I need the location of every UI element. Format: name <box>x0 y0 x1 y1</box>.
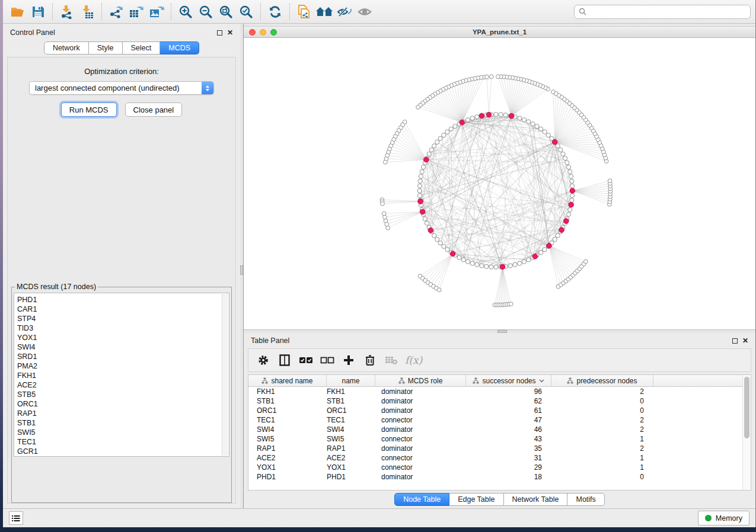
search-input[interactable] <box>589 8 746 16</box>
table-cell: PHD1 <box>327 472 375 482</box>
table-row[interactable]: RAP1RAP1dominator352 <box>248 444 751 453</box>
tab-edge-table[interactable]: Edge Table <box>449 493 503 506</box>
open-session-icon[interactable] <box>8 2 28 21</box>
table-panel-header: Table Panel ✕ <box>244 333 755 348</box>
close-panel-icon[interactable]: ✕ <box>227 30 233 36</box>
zoom-selected-icon[interactable] <box>236 2 256 21</box>
column-header-predecessor-nodes[interactable]: predecessor nodes <box>551 375 653 386</box>
table-cell: 43 <box>466 434 551 444</box>
show-all-icon[interactable] <box>355 2 375 21</box>
toggle-panel-icon[interactable] <box>277 352 292 368</box>
splitter-grip[interactable] <box>497 330 507 333</box>
apply-layout-icon[interactable] <box>265 2 285 21</box>
function-builder-icon[interactable]: f(x) <box>405 354 422 366</box>
select-stepper-icon <box>202 82 213 94</box>
delete-table-icon[interactable] <box>384 352 399 368</box>
show-log-button[interactable] <box>9 511 23 525</box>
toolbar-separator <box>171 4 171 20</box>
import-network-icon[interactable] <box>57 2 77 21</box>
list-item[interactable]: SRD1 <box>17 352 229 361</box>
tab-network-table[interactable]: Network Table <box>504 493 568 506</box>
list-item[interactable]: FKH1 <box>17 371 229 380</box>
column-header-mcds-role[interactable]: MCDS role <box>375 375 466 386</box>
table-cell: connector <box>375 463 466 472</box>
table-row[interactable]: ACE2ACE2connector311 <box>248 453 751 463</box>
criterion-select[interactable]: largest connected component (undirected) <box>29 81 214 95</box>
duplicate-network-icon[interactable] <box>294 2 314 21</box>
splitter-grip[interactable] <box>240 265 243 275</box>
column-header-shared-name[interactable]: shared name <box>248 375 327 386</box>
select-all-checkbox-icon[interactable] <box>298 352 314 368</box>
export-image-icon[interactable] <box>146 2 167 21</box>
tab-node-table[interactable]: Node Table <box>394 493 449 506</box>
list-item[interactable]: STP4 <box>17 314 229 323</box>
tab-network[interactable]: Network <box>44 41 89 55</box>
deselect-all-checkbox-icon[interactable] <box>320 352 335 368</box>
tab-mcds[interactable]: MCDS <box>160 41 199 55</box>
run-mcds-button[interactable]: Run MCDS <box>61 102 117 117</box>
table-cell: RAP1 <box>327 444 375 453</box>
zoom-in-icon[interactable] <box>176 2 196 21</box>
list-item[interactable]: SWI5 <box>17 428 229 437</box>
table-scrollbar-thumb[interactable] <box>744 377 749 438</box>
list-item[interactable]: SWI4 <box>17 342 229 352</box>
export-table-icon[interactable] <box>126 2 146 21</box>
tab-style[interactable]: Style <box>89 41 123 55</box>
toolbar-separator <box>289 4 290 20</box>
tab-select[interactable]: Select <box>123 41 161 55</box>
list-item[interactable]: RAP1 <box>17 409 229 418</box>
table-row[interactable]: ORC1ORC1dominator610 <box>248 406 751 415</box>
list-item[interactable]: YOX1 <box>17 333 229 342</box>
table-scrollbar[interactable] <box>742 375 751 490</box>
import-table-icon[interactable] <box>77 2 97 21</box>
table-cell: 31 <box>466 453 551 463</box>
vertical-splitter[interactable] <box>240 24 244 508</box>
list-item[interactable]: PHD1 <box>17 295 229 305</box>
network-graph[interactable] <box>244 38 755 329</box>
network-canvas[interactable] <box>244 38 755 329</box>
list-item[interactable]: CAR1 <box>17 305 229 314</box>
float-panel-icon[interactable] <box>732 338 738 344</box>
float-panel-icon[interactable] <box>217 30 222 36</box>
table-row[interactable]: FKH1FKH1dominator962 <box>248 387 751 396</box>
list-item[interactable]: GCR1 <box>17 447 229 456</box>
table-row[interactable]: TEC1TEC1connector472 <box>248 415 751 425</box>
delete-column-icon[interactable] <box>362 352 378 368</box>
list-item[interactable]: PMA2 <box>17 361 229 371</box>
tab-motifs[interactable]: Motifs <box>567 493 604 506</box>
add-column-icon[interactable] <box>341 352 356 368</box>
table-row[interactable]: PHD1PHD1dominator180 <box>248 472 751 482</box>
first-neighbors-icon[interactable] <box>314 2 334 21</box>
mcds-list-scrollbar[interactable] <box>222 294 228 456</box>
list-item[interactable]: STB1 <box>17 418 229 428</box>
export-network-icon[interactable] <box>106 2 126 21</box>
list-item[interactable]: ORC1 <box>17 399 229 409</box>
table-row[interactable]: STB1STB1dominator620 <box>248 396 751 406</box>
list-item[interactable]: ACE2 <box>17 380 229 390</box>
memory-button[interactable]: Memory <box>698 511 749 525</box>
table-cell: 61 <box>466 406 551 415</box>
column-header-name[interactable]: name <box>327 375 375 386</box>
table-row[interactable]: SWI5SWI5connector431 <box>248 434 751 444</box>
save-session-icon[interactable] <box>28 2 48 21</box>
list-item[interactable]: STB5 <box>17 390 229 399</box>
zoom-out-icon[interactable] <box>196 2 216 21</box>
table-cell: 47 <box>466 415 551 425</box>
table-cell: 46 <box>466 425 551 434</box>
table-cell: 1 <box>551 434 653 444</box>
column-header-successor-nodes[interactable]: successor nodes <box>466 375 551 386</box>
list-item[interactable]: TID3 <box>17 323 229 333</box>
hide-selected-icon[interactable] <box>334 2 355 21</box>
close-panel-button[interactable]: Close panel <box>125 102 183 117</box>
app-window: Control Panel ✕ Network Style Select MCD… <box>3 0 756 527</box>
zoom-fit-icon[interactable] <box>216 2 236 21</box>
list-item[interactable]: TEC1 <box>17 437 229 447</box>
column-type-icon <box>398 377 405 384</box>
table-row[interactable]: SWI4SWI4dominator462 <box>248 425 751 434</box>
close-panel-icon[interactable]: ✕ <box>742 338 748 344</box>
table-settings-icon[interactable] <box>256 352 271 368</box>
control-panel-title: Control Panel <box>10 28 55 37</box>
table-row[interactable]: YOX1YOX1connector291 <box>248 463 751 472</box>
table-cell: 2 <box>551 444 653 453</box>
horizontal-splitter[interactable] <box>244 329 755 333</box>
